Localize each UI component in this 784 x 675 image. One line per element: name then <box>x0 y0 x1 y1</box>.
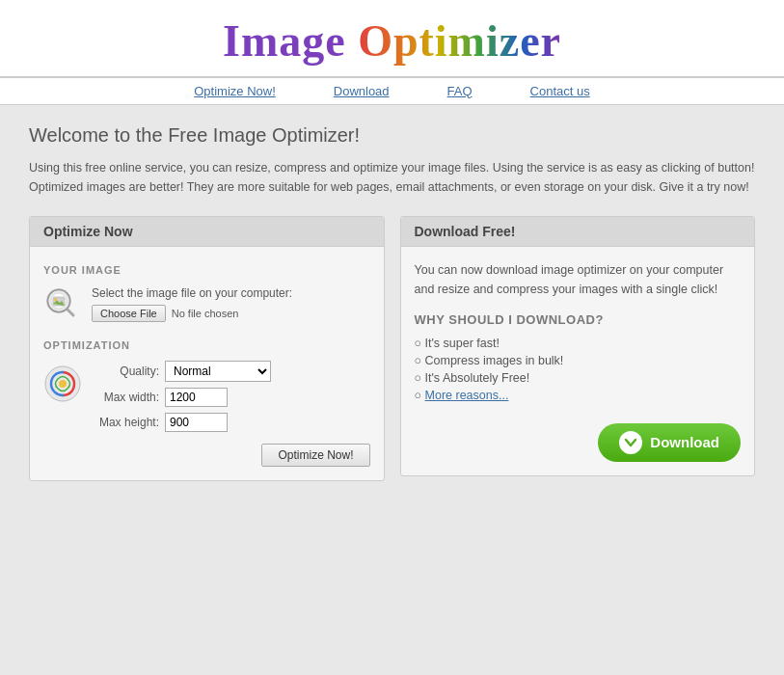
list-item: More reasons... <box>415 387 742 404</box>
file-instruction: Select the image file on your computer: <box>92 286 292 300</box>
optimization-fields: Quality: Low Normal High Very High Max w… <box>92 361 271 432</box>
nav-faq[interactable]: FAQ <box>447 84 473 98</box>
welcome-title: Welcome to the Free Image Optimizer! <box>29 124 755 147</box>
no-file-text: No file chosen <box>172 308 239 319</box>
welcome-text: Using this free online service, you can … <box>29 158 755 197</box>
quality-select[interactable]: Low Normal High Very High <box>165 361 271 382</box>
download-icon-circle <box>619 431 642 454</box>
content-area: Welcome to the Free Image Optimizer! Usi… <box>0 105 784 500</box>
max-height-label: Max height: <box>92 416 159 429</box>
download-btn-label: Download <box>650 434 719 450</box>
more-reasons-link[interactable]: More reasons... <box>425 389 509 402</box>
optimization-label: OPTIMIZATION <box>43 339 370 351</box>
svg-point-3 <box>54 298 57 301</box>
max-width-input[interactable] <box>165 388 228 407</box>
max-width-row: Max width: <box>92 388 271 407</box>
optimize-icon <box>43 364 82 403</box>
optimize-panel-body: YOUR IMAGE <box>30 247 384 480</box>
optimize-panel: Optimize Now YOUR IMAGE <box>29 216 385 481</box>
logo-optimizer-text: Optimizer <box>358 16 561 66</box>
download-arrow-icon <box>624 436 637 449</box>
download-panel-body: You can now download image optimizer on … <box>401 247 755 475</box>
optimize-btn-row: Optimize Now! <box>43 444 370 467</box>
download-panel-text: You can now download image optimizer on … <box>415 260 742 299</box>
svg-point-7 <box>59 380 67 388</box>
your-image-label: YOUR IMAGE <box>43 264 370 276</box>
nav: Optimize Now! Download FAQ Contact us <box>0 77 784 105</box>
header: Image Optimizer <box>0 0 784 77</box>
download-panel-header: Download Free! <box>401 217 755 247</box>
download-btn-row: Download <box>415 423 742 462</box>
list-item: It's super fast! <box>415 335 742 352</box>
download-button[interactable]: Download <box>598 423 741 462</box>
why-download-title: WHY SHOULD I DOWNLOAD? <box>415 312 742 327</box>
file-row: Choose File No file chosen <box>92 305 292 322</box>
optimize-panel-header: Optimize Now <box>30 217 384 247</box>
max-height-row: Max height: <box>92 413 271 432</box>
max-height-input[interactable] <box>165 413 228 432</box>
optimization-row: Quality: Low Normal High Very High Max w… <box>43 361 370 432</box>
logo: Image Optimizer <box>0 17 784 67</box>
quality-row: Quality: Low Normal High Very High <box>92 361 271 382</box>
nav-contact[interactable]: Contact us <box>530 84 590 98</box>
logo-image-text: Image <box>223 16 346 66</box>
list-item: Compress images in bulk! <box>415 352 742 369</box>
why-list: It's super fast! Compress images in bulk… <box>415 335 742 404</box>
nav-optimize-now[interactable]: Optimize Now! <box>194 84 276 98</box>
file-select-col: Select the image file on your computer: … <box>92 286 292 322</box>
nav-download[interactable]: Download <box>334 84 390 98</box>
svg-line-4 <box>68 310 73 315</box>
download-panel: Download Free! You can now download imag… <box>400 216 756 476</box>
panels: Optimize Now YOUR IMAGE <box>29 216 755 481</box>
search-image-icon <box>43 285 82 324</box>
optimize-now-button[interactable]: Optimize Now! <box>261 444 369 467</box>
your-image-row: Select the image file on your computer: … <box>43 285 370 324</box>
quality-label: Quality: <box>92 364 159 378</box>
max-width-label: Max width: <box>92 391 159 404</box>
choose-file-button[interactable]: Choose File <box>92 305 166 322</box>
list-item: It's Absolutely Free! <box>415 369 742 387</box>
